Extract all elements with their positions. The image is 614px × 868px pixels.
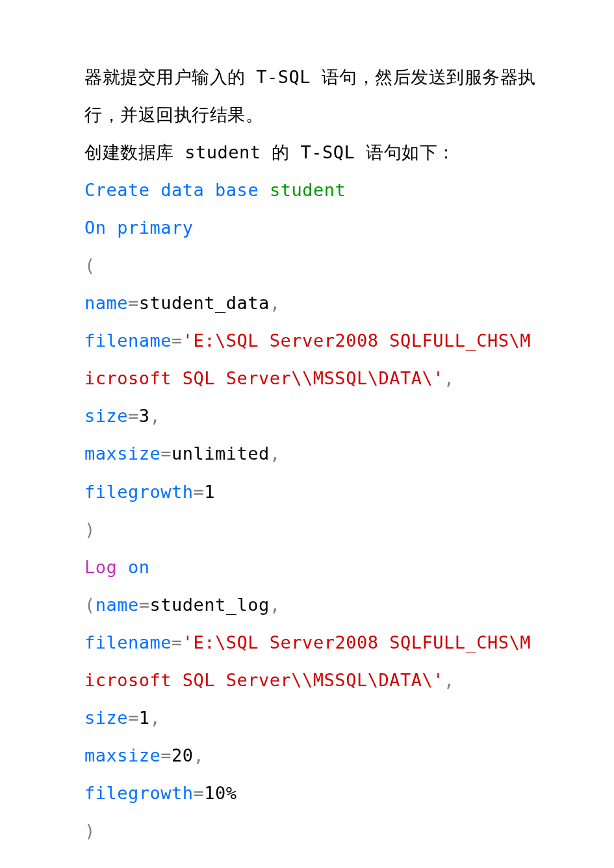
code-token: ( xyxy=(84,255,96,275)
code-token: = xyxy=(194,783,205,803)
code-line: name=student_data, xyxy=(84,284,537,322)
code-line: On primary xyxy=(84,209,537,247)
code-line: filename='E:\SQL Server2008 SQLFULL_CHS\… xyxy=(84,322,537,397)
code-token xyxy=(117,557,128,577)
code-line: size=3, xyxy=(84,397,537,435)
code-token xyxy=(107,217,118,238)
code-token: , xyxy=(270,595,281,615)
code-token: = xyxy=(139,595,150,615)
code-token: filegrowth xyxy=(84,783,194,803)
code-token: size xyxy=(84,708,128,728)
code-line: 器就提交用户输入的 T-SQL 语句，然后发送到服务器执行，并返回执行结果。 xyxy=(84,58,537,134)
code-token xyxy=(259,180,270,200)
code-line: ( xyxy=(84,247,537,284)
code-line: filegrowth=1 xyxy=(84,473,537,511)
code-token: = xyxy=(128,293,139,313)
code-token: maxsize xyxy=(84,443,160,464)
code-token: name xyxy=(96,595,139,615)
code-token xyxy=(204,180,215,200)
code-token: Create xyxy=(84,180,150,200)
code-token: = xyxy=(194,482,205,502)
code-line: (name=student_log, xyxy=(84,586,537,624)
code-line: maxsize=unlimited, xyxy=(84,435,537,473)
code-token: 3 xyxy=(139,406,150,426)
code-token: 10% xyxy=(204,783,237,803)
code-line: ) xyxy=(84,511,537,549)
code-line: filename='E:\SQL Server2008 SQLFULL_CHS\… xyxy=(84,624,537,699)
code-token: 器就提交用户输入的 T-SQL 语句，然后发送到服务器执行，并返回执行结果。 xyxy=(84,67,536,125)
code-line: Log on xyxy=(84,549,537,586)
code-token: , xyxy=(270,293,281,313)
code-token: = xyxy=(172,632,183,652)
code-token: data xyxy=(160,180,204,200)
code-token: , xyxy=(150,406,161,426)
code-token: , xyxy=(150,708,161,728)
code-token: = xyxy=(128,406,139,426)
document-page: 器就提交用户输入的 T-SQL 语句，然后发送到服务器执行，并返回执行结果。创建… xyxy=(0,0,614,868)
code-line: 创建数据库 student 的 T-SQL 语句如下： xyxy=(84,134,537,171)
code-token: , xyxy=(270,443,281,464)
code-token: filegrowth xyxy=(84,482,194,502)
code-token: = xyxy=(160,443,172,464)
code-token: On xyxy=(84,217,107,238)
code-token: on xyxy=(128,557,150,577)
code-token: 创建数据库 student 的 T-SQL 语句如下： xyxy=(84,142,455,162)
code-token: filename xyxy=(84,330,172,351)
code-token: ) xyxy=(84,821,96,841)
code-token: size xyxy=(84,406,128,426)
code-token: = xyxy=(128,708,139,728)
code-token: ( xyxy=(84,595,96,615)
code-token xyxy=(150,180,161,200)
code-token: student_log xyxy=(150,595,270,615)
code-token: filename xyxy=(84,632,172,652)
code-line: maxsize=20, xyxy=(84,737,537,775)
code-token: = xyxy=(160,745,172,765)
code-token: = xyxy=(172,330,183,351)
code-token: unlimited xyxy=(172,443,270,464)
code-token: primary xyxy=(117,217,193,238)
code-line: Create data base student xyxy=(84,171,537,209)
code-line: ) xyxy=(84,812,537,850)
code-token: base xyxy=(215,180,259,200)
code-token: , xyxy=(444,670,455,690)
code-token: student_data xyxy=(139,293,270,313)
code-token: 20 xyxy=(172,745,194,765)
code-token: ) xyxy=(84,519,96,539)
code-token: , xyxy=(194,745,205,765)
code-token: Log xyxy=(84,557,117,577)
code-line: filegrowth=10% xyxy=(84,775,537,812)
code-token: maxsize xyxy=(84,745,160,765)
code-token: name xyxy=(84,293,128,313)
code-token: , xyxy=(444,368,455,388)
code-line: size=1, xyxy=(84,699,537,737)
code-token: 1 xyxy=(139,708,150,728)
code-token: 1 xyxy=(204,482,215,502)
code-token: student xyxy=(270,180,346,200)
